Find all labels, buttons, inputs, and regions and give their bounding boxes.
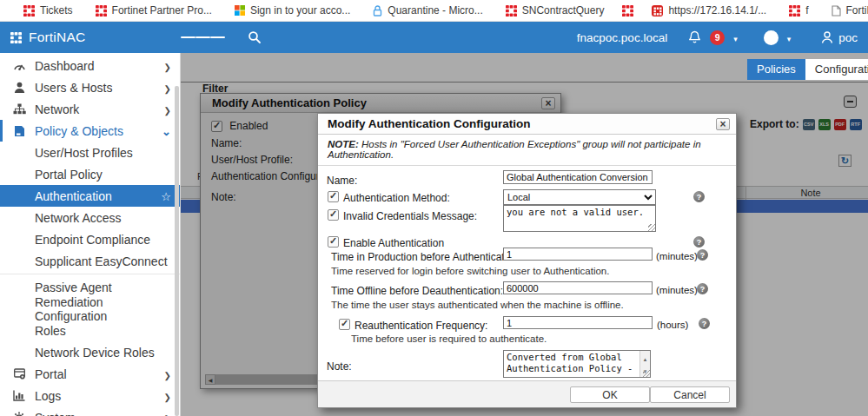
modal-note-banner: NOTE: Hosts in "Forced User Authenticati…	[318, 135, 736, 166]
tab-policies[interactable]: Policies	[747, 59, 805, 80]
bookmark-unlabeled[interactable]	[615, 0, 640, 22]
bookmark-label: SNContractQuery	[522, 4, 605, 17]
help-caret-icon[interactable]	[787, 30, 792, 45]
reauth-label: Reauthentication Frequency:	[354, 320, 487, 332]
bookmark-sncontractquery[interactable]: SNContractQuery	[494, 0, 616, 22]
sidebar-item-dashboard[interactable]: Dashboard	[0, 55, 180, 76]
time-production-hint: Time reserved for login before switching…	[331, 266, 609, 276]
microsoft-icon	[235, 5, 245, 16]
hostname: fnacpoc.poc.local	[577, 31, 667, 44]
sidebar-item-label: System	[35, 411, 164, 416]
bookmark-fortinet-partner[interactable]: Fortinet Partner Pro...	[84, 0, 223, 22]
sidebar-item-endpoint-compliance[interactable]: Endpoint Compliance	[0, 228, 180, 250]
user-menu[interactable]: poc	[820, 30, 858, 44]
sidebar-item-label: Policy & Objects	[35, 124, 162, 138]
portal-icon	[11, 368, 27, 380]
bell-icon[interactable]	[688, 30, 701, 44]
note-textarea-wrap: Converted from Global Authentication Pol…	[503, 350, 651, 378]
sidebar-item-portal[interactable]: Portal	[0, 363, 180, 385]
fortinet-icon	[506, 5, 517, 17]
red-grid-icon	[652, 5, 663, 17]
users-icon	[11, 82, 27, 94]
reauth-hint: Time before user is required to authenti…	[351, 333, 547, 344]
reauth-unit: (hours)	[657, 320, 688, 330]
modal-titlebar[interactable]: Modify Authentication Configuration	[318, 114, 736, 135]
ok-button[interactable]: OK	[570, 386, 650, 403]
sidebar-item-supplicant-easyconnect[interactable]: Supplicant EasyConnect	[0, 250, 180, 272]
close-icon[interactable]	[716, 118, 730, 130]
modal-title: Modify Authentication Configuration	[328, 117, 530, 130]
chevron-right-icon	[164, 102, 171, 116]
bookmark-ip-address[interactable]: https://172.16.14.1/...	[640, 0, 778, 22]
sidebar-item-system[interactable]: System	[0, 406, 180, 416]
sidebar-item-logs[interactable]: Logs	[0, 385, 180, 406]
modify-authentication-configuration-modal: Modify Authentication Configuration NOTE…	[317, 113, 737, 408]
fortinet-icon	[23, 5, 35, 17]
menu-toggle-icon[interactable]	[181, 35, 225, 40]
chevron-right-icon	[164, 389, 171, 403]
help-icon[interactable]	[693, 191, 705, 202]
name-input[interactable]	[503, 170, 653, 184]
modal-note-label: Note:	[327, 360, 352, 373]
enable-auth-checkbox[interactable]	[328, 236, 339, 248]
tab-configuration[interactable]: Configuration	[805, 59, 868, 80]
sidebar-item-network[interactable]: Network	[0, 98, 180, 120]
notifications-caret-icon[interactable]	[733, 30, 738, 45]
cancel-button[interactable]: Cancel	[650, 386, 730, 403]
bookmark-sign-in[interactable]: Sign in to your acco...	[223, 0, 361, 22]
reauth-checkbox[interactable]	[339, 319, 350, 330]
fortinet-icon	[789, 5, 800, 17]
browser-bookmarks-bar: Tickets Fortinet Partner Pro... Sign in …	[0, 0, 868, 22]
app-name: FortiNAC	[29, 30, 85, 45]
time-production-unit: (minutes)	[656, 251, 698, 261]
notification-badge[interactable]: 9	[710, 30, 725, 45]
sidebar-item-label: Users & Hosts	[35, 81, 164, 95]
sidebar-item-network-access[interactable]: Network Access	[0, 207, 180, 228]
sidebar-item-network-device-roles[interactable]: Network Device Roles	[0, 341, 180, 363]
bookmark-label: Sign in to your acco...	[250, 4, 350, 17]
lock-icon	[373, 5, 382, 17]
document-icon	[832, 5, 841, 17]
auth-method-checkbox[interactable]	[328, 191, 339, 202]
modal-footer: OK Cancel	[318, 380, 736, 407]
scroll-up-icon[interactable]	[643, 352, 648, 364]
help-icon[interactable]	[697, 249, 708, 261]
sidebar-scrollbar[interactable]	[175, 86, 179, 416]
help-icon[interactable]	[693, 236, 705, 248]
invalid-cred-label: Invalid Credentials Message:	[343, 210, 477, 222]
help-icon[interactable]	[764, 30, 779, 45]
favorite-star-icon[interactable]	[161, 189, 171, 203]
sidebar-item-roles[interactable]: Roles	[0, 320, 180, 341]
view-tab-bar: Policies Configuration	[747, 59, 868, 80]
username: poc	[838, 31, 858, 44]
note-textarea[interactable]: Converted from Global Authentication Pol…	[503, 350, 651, 378]
bookmark-fortinac[interactable]: FortiNAC	[820, 0, 868, 22]
sidebar-item-users-hosts[interactable]: Users & Hosts	[0, 76, 180, 98]
bookmark-quarantine[interactable]: Quarantine - Micro...	[361, 0, 494, 22]
sidebar-item-user-host-profiles[interactable]: User/Host Profiles	[0, 142, 180, 163]
sidebar-item-remediation-configuration[interactable]: Remediation Configuration	[0, 298, 180, 320]
invalid-cred-checkbox[interactable]	[328, 209, 339, 221]
sidebar-item-label: Passive Agent	[35, 281, 171, 294]
bookmark-tickets[interactable]: Tickets	[12, 0, 84, 22]
main-area: Filter Export to: CSV XLS PDF RTF F Note…	[181, 53, 868, 416]
bookmark-f[interactable]: f	[778, 0, 819, 22]
sidebar-item-policy-objects[interactable]: Policy & Objects	[0, 120, 180, 142]
help-icon[interactable]	[699, 318, 710, 329]
search-icon[interactable]	[248, 30, 262, 44]
auth-method-select[interactable]: Local	[503, 189, 656, 205]
reauth-input[interactable]	[503, 316, 653, 329]
auth-method-label: Authentication Method:	[343, 192, 450, 204]
chevron-right-icon	[164, 81, 171, 95]
sidebar-item-portal-policy[interactable]: Portal Policy	[0, 163, 180, 185]
invalid-cred-textarea[interactable]: you are not a valid user.	[503, 205, 656, 232]
sidebar: Dashboard Users & Hosts Network Policy &…	[0, 53, 181, 416]
time-offline-unit: (minutes)	[656, 285, 698, 295]
time-offline-input[interactable]	[503, 281, 653, 294]
sidebar-item-authentication[interactable]: Authentication	[0, 185, 180, 207]
resize-handle-icon[interactable]	[648, 224, 655, 231]
help-icon[interactable]	[697, 283, 708, 294]
resize-handle-icon[interactable]	[643, 370, 650, 377]
time-production-input[interactable]	[503, 248, 653, 261]
bookmark-label: Quarantine - Micro...	[388, 4, 482, 17]
